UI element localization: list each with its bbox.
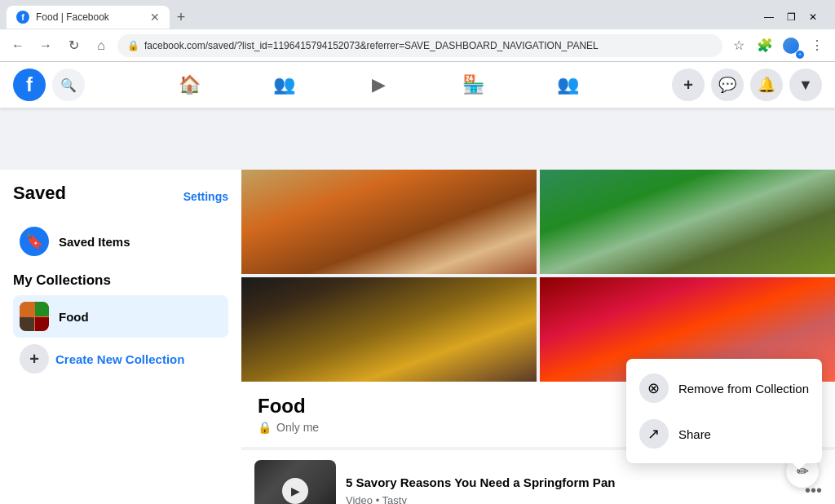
my-collections-title: My Collections (13, 272, 228, 289)
browser-controls: ← → ↻ ⌂ 🔒 facebook.com/saved/?list_id=11… (0, 29, 835, 62)
food-image-1 (241, 170, 537, 274)
tab-favicon: f (16, 11, 29, 24)
play-button[interactable]: ▶ (282, 478, 308, 504)
remove-from-collection-item[interactable]: ⊗ Remove from Collection (626, 365, 822, 411)
share-item[interactable]: ↗ Share (626, 411, 822, 457)
facebook-logo[interactable]: f (13, 69, 46, 101)
nav-friends[interactable]: 👥 (238, 65, 329, 104)
lock-icon: 🔒 (127, 40, 139, 51)
nav-home[interactable]: 🏠 (144, 65, 235, 104)
nav-marketplace[interactable]: 🏪 (427, 65, 519, 104)
food-collection-label: Food (59, 310, 89, 324)
notifications-button[interactable]: 🔔 (750, 69, 783, 101)
context-dropdown-menu: ⊗ Remove from Collection ↗ Share (626, 359, 822, 463)
remove-icon: ⊗ (639, 374, 669, 403)
facebook-header: f 🔍 🏠 👥 ▶ 🏪 👥 + 💬 🔔 ▼ (0, 62, 835, 108)
new-tab-button[interactable]: + (170, 6, 192, 29)
header-actions: + 💬 🔔 ▼ (672, 69, 822, 101)
share-icon: ↗ (639, 419, 669, 449)
food-collection-thumbnail (20, 302, 49, 331)
bookmark-icon[interactable]: ☆ (727, 34, 750, 57)
video-title: 5 Savory Reasons You Need a Springform P… (346, 475, 795, 491)
sidebar-item-saved-items[interactable]: 🔖 Saved Items (13, 220, 228, 263)
sidebar: Saved Settings 🔖 Saved Items My Collecti… (0, 170, 241, 504)
saved-items-icon: 🔖 (20, 227, 49, 256)
sidebar-title: Saved (13, 183, 66, 204)
url-text: facebook.com/saved/?list_id=119641579415… (144, 40, 713, 51)
dropdown-arrow (793, 463, 806, 470)
close-button[interactable]: ✕ (804, 10, 822, 24)
address-bar[interactable]: 🔒 facebook.com/saved/?list_id=1196415794… (117, 34, 722, 57)
home-button[interactable]: ⌂ (90, 34, 113, 57)
food-hero-grid (241, 170, 835, 382)
create-button[interactable]: + (672, 69, 705, 101)
refresh-button[interactable]: ↻ (62, 34, 85, 57)
active-tab[interactable]: f Food | Facebook ✕ (7, 6, 170, 29)
profile-icon[interactable]: + (780, 34, 802, 57)
minimize-button[interactable]: — (759, 10, 779, 24)
account-menu-button[interactable]: ▼ (789, 69, 822, 101)
create-collection-button[interactable]: + Create New Collection (13, 338, 228, 380)
maximize-button[interactable]: ❐ (782, 10, 801, 24)
video-info: 5 Savory Reasons You Need a Springform P… (346, 475, 795, 504)
share-label: Share (678, 427, 711, 441)
saved-items-label: Saved Items (59, 235, 130, 249)
back-button[interactable]: ← (7, 34, 29, 57)
extensions-icon[interactable]: 🧩 (753, 34, 776, 57)
browser-titlebar: f Food | Facebook ✕ + — ❐ ✕ (0, 0, 835, 29)
tab-title: Food | Facebook (36, 11, 144, 23)
browser-actions: ☆ 🧩 + ⋮ (727, 34, 828, 57)
privacy-text: Only me (276, 421, 319, 434)
main-navigation: 🏠 👥 ▶ 🏪 👥 (85, 65, 672, 104)
forward-button[interactable]: → (34, 34, 57, 57)
create-collection-icon: + (20, 344, 49, 374)
nav-watch[interactable]: ▶ (333, 65, 424, 104)
nav-groups[interactable]: 👥 (522, 65, 613, 104)
lock-privacy-icon: 🔒 (258, 421, 272, 434)
sidebar-header: Saved Settings (13, 183, 228, 210)
video-meta: Video • Tasty (346, 494, 795, 504)
remove-label: Remove from Collection (678, 382, 809, 396)
settings-link[interactable]: Settings (183, 190, 228, 203)
video-thumbnail[interactable]: ▶ 06:01 (254, 460, 336, 504)
create-collection-label: Create New Collection (55, 352, 184, 366)
menu-icon[interactable]: ⋮ (806, 34, 828, 57)
food-image-2 (540, 170, 835, 274)
food-image-3 (241, 277, 537, 382)
tab-close-button[interactable]: ✕ (150, 11, 160, 24)
messenger-button[interactable]: 💬 (711, 69, 744, 101)
search-button[interactable]: 🔍 (52, 69, 85, 101)
sidebar-collection-food[interactable]: Food (13, 295, 228, 338)
